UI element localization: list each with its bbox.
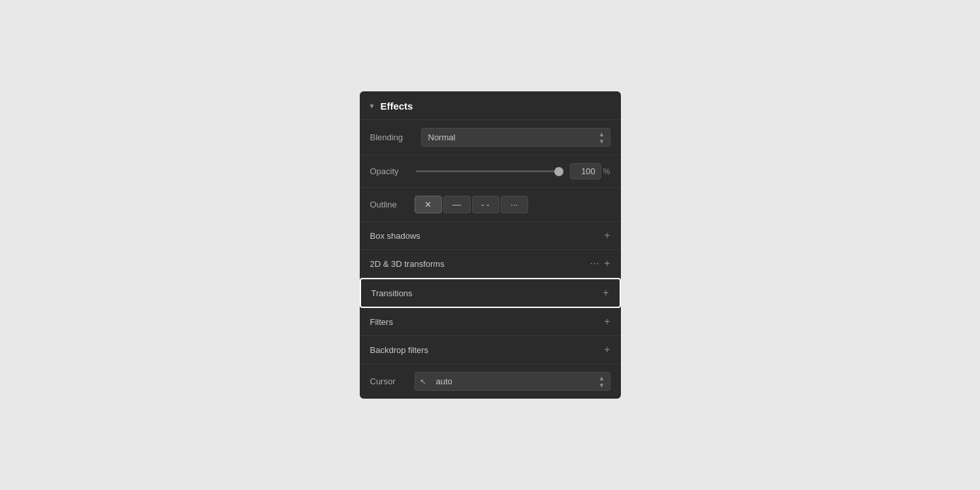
opacity-label: Opacity <box>370 166 409 176</box>
cursor-section: Cursor ↖ auto default pointer crosshair … <box>360 364 621 399</box>
outline-dotted-button[interactable]: ··· <box>501 196 528 213</box>
transforms-section[interactable]: 2D & 3D transforms ··· + <box>360 250 621 278</box>
backdrop-filters-label: Backdrop filters <box>370 345 429 355</box>
cursor-label: Cursor <box>370 376 409 386</box>
filters-label: Filters <box>370 317 393 327</box>
cursor-select-wrapper: ↖ auto default pointer crosshair move te… <box>415 372 610 391</box>
outline-label: Outline <box>370 200 409 209</box>
box-shadows-actions: + <box>604 230 610 241</box>
blending-select[interactable]: Normal Multiply Screen Overlay <box>421 128 610 147</box>
opacity-value-wrapper: % <box>570 163 610 179</box>
filters-section[interactable]: Filters + <box>360 308 621 336</box>
cursor-select[interactable]: auto default pointer crosshair move text… <box>415 372 610 391</box>
panel-title: Effects <box>380 100 413 112</box>
opacity-input[interactable] <box>570 163 601 179</box>
blending-label: Blending <box>370 132 416 142</box>
transitions-actions: + <box>603 288 609 298</box>
outline-section: Outline ✕ — - - ··· <box>360 188 621 222</box>
box-shadows-label: Box shadows <box>370 231 420 241</box>
transforms-more-button[interactable]: ··· <box>590 258 599 269</box>
chevron-icon: ▼ <box>369 102 375 110</box>
transitions-label: Transitions <box>371 288 413 298</box>
transforms-actions: ··· + <box>590 258 610 269</box>
outline-dashed-button[interactable]: - - <box>472 196 499 213</box>
box-shadows-add-button[interactable]: + <box>604 230 610 241</box>
transitions-add-button[interactable]: + <box>603 288 609 298</box>
transforms-label: 2D & 3D transforms <box>370 259 445 269</box>
filters-add-button[interactable]: + <box>604 316 610 327</box>
transforms-add-button[interactable]: + <box>604 258 610 269</box>
effects-panel: ▼ Effects Blending Normal Multiply Scree… <box>360 91 621 399</box>
opacity-thumb <box>554 167 563 176</box>
outline-buttons: ✕ — - - ··· <box>415 196 528 213</box>
backdrop-filters-section[interactable]: Backdrop filters + <box>360 336 621 364</box>
outline-solid-button[interactable]: — <box>443 196 471 213</box>
blending-section: Blending Normal Multiply Screen Overlay … <box>360 120 621 155</box>
blending-select-wrapper: Normal Multiply Screen Overlay ▲ ▼ <box>421 128 610 147</box>
opacity-section: Opacity % <box>360 155 621 188</box>
backdrop-filters-add-button[interactable]: + <box>604 345 610 355</box>
opacity-slider[interactable] <box>416 170 563 172</box>
outline-none-button[interactable]: ✕ <box>415 196 442 213</box>
opacity-unit: % <box>603 167 610 176</box>
backdrop-filters-actions: + <box>604 345 610 355</box>
panel-header: ▼ Effects <box>360 91 621 120</box>
transitions-section[interactable]: Transitions + <box>360 278 621 308</box>
filters-actions: + <box>604 316 610 327</box>
box-shadows-section[interactable]: Box shadows + <box>360 222 621 250</box>
